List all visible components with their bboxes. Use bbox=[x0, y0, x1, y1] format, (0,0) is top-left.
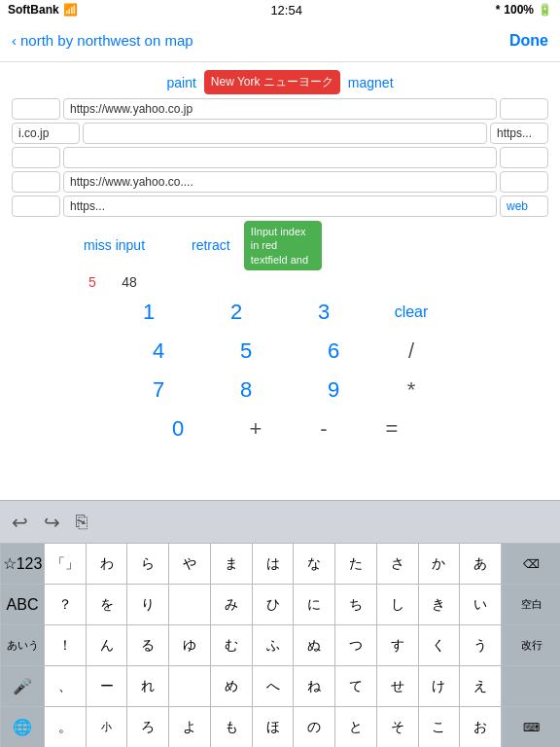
kb-key-dash[interactable]: ー bbox=[87, 666, 128, 706]
kb-key-mo[interactable]: も bbox=[211, 707, 253, 747]
kb-key-shi[interactable]: し bbox=[377, 585, 419, 624]
kb-key-123[interactable]: ☆123 bbox=[0, 544, 45, 584]
url-cell-5-center: https... bbox=[63, 196, 497, 217]
kb-key-u[interactable]: う bbox=[460, 625, 502, 665]
kb-key-yo[interactable]: よ bbox=[169, 707, 211, 747]
kb-key-he[interactable]: へ bbox=[253, 666, 295, 706]
kb-key-ta[interactable]: た bbox=[335, 544, 377, 584]
miss-input-button[interactable]: miss input bbox=[76, 233, 153, 257]
main-content: paint New York ニューヨーク magnet https://www… bbox=[0, 62, 560, 457]
kb-key-ma[interactable]: ま bbox=[211, 544, 253, 584]
kb-key-me[interactable]: め bbox=[211, 666, 253, 706]
url-cell-1-center[interactable]: https://www.yahoo.co.jp bbox=[63, 98, 497, 120]
return-key[interactable]: 改行 bbox=[502, 625, 560, 665]
kb-key-ya[interactable]: や bbox=[169, 544, 211, 584]
url-cell-2-center bbox=[83, 123, 487, 144]
redo-icon[interactable]: ↪ bbox=[44, 511, 60, 534]
space-key[interactable]: 空白 bbox=[502, 585, 560, 624]
kb-key-tsu[interactable]: つ bbox=[335, 625, 377, 665]
key-2[interactable]: 2 bbox=[192, 294, 280, 331]
key-5[interactable]: 5 bbox=[202, 333, 290, 370]
kb-key-n[interactable]: ん bbox=[87, 625, 128, 665]
delete-icon[interactable]: ⌫ bbox=[502, 544, 560, 584]
kb-key-ni[interactable]: に bbox=[294, 585, 335, 624]
copy-icon[interactable]: ⎘ bbox=[76, 511, 88, 533]
url-cell-1-left bbox=[12, 98, 60, 120]
kb-key-ke[interactable]: け bbox=[419, 666, 461, 706]
kb-key-te[interactable]: て bbox=[335, 666, 377, 706]
key-1[interactable]: 1 bbox=[105, 294, 192, 331]
key-clear[interactable]: clear bbox=[368, 298, 455, 327]
key-4[interactable]: 4 bbox=[115, 333, 202, 370]
kb-key-sa[interactable]: さ bbox=[377, 544, 419, 584]
kb-key-abc[interactable]: ABC bbox=[0, 585, 45, 624]
key-0[interactable]: 0 bbox=[134, 410, 222, 447]
kb-key-no[interactable]: の bbox=[294, 707, 335, 747]
kb-key-ku[interactable]: く bbox=[419, 625, 461, 665]
key-7[interactable]: 7 bbox=[115, 372, 202, 409]
kb-key-na[interactable]: な bbox=[294, 544, 335, 584]
kb-key-ra[interactable]: ら bbox=[127, 544, 169, 584]
kb-key-to[interactable]: と bbox=[335, 707, 377, 747]
key-divide[interactable]: / bbox=[377, 333, 445, 370]
kb-key-hi[interactable]: ひ bbox=[253, 585, 295, 624]
kb-key-wo[interactable]: を bbox=[87, 585, 128, 624]
kb-key-comma[interactable]: 、 bbox=[45, 666, 87, 706]
kb-key-yu[interactable]: ゆ bbox=[169, 625, 211, 665]
nav-bar: ‹ north by northwest on map Done bbox=[0, 19, 560, 62]
url-cell-3-left bbox=[12, 147, 60, 168]
url-highlighted[interactable]: New York ニューヨーク bbox=[204, 70, 340, 94]
kb-key-i[interactable]: い bbox=[460, 585, 502, 624]
kb-key-ro[interactable]: ろ bbox=[127, 707, 169, 747]
keypad: 1 2 3 clear 4 5 6 / 7 8 9 * 0 + - = bbox=[12, 294, 548, 447]
kb-key-su[interactable]: す bbox=[377, 625, 419, 665]
retract-button[interactable]: retract bbox=[184, 233, 238, 257]
mic-icon[interactable]: 🎤 bbox=[0, 666, 45, 706]
kb-key-wa[interactable]: わ bbox=[87, 544, 128, 584]
key-9[interactable]: 9 bbox=[290, 372, 377, 409]
kb-key-exclaim[interactable]: ！ bbox=[45, 625, 87, 665]
done-button[interactable]: Done bbox=[509, 32, 548, 50]
url-cell-4-left bbox=[12, 171, 60, 193]
key-3[interactable]: 3 bbox=[280, 294, 368, 331]
key-multiply[interactable]: * bbox=[377, 372, 445, 409]
key-6[interactable]: 6 bbox=[290, 333, 377, 370]
kb-key-ri[interactable]: り bbox=[127, 585, 169, 624]
kb-key-nu[interactable]: ぬ bbox=[294, 625, 335, 665]
kb-key-fu[interactable]: ふ bbox=[253, 625, 295, 665]
kb-key-ho[interactable]: ほ bbox=[253, 707, 295, 747]
kb-key-chi[interactable]: ち bbox=[335, 585, 377, 624]
kb-key-o[interactable]: お bbox=[460, 707, 502, 747]
kb-key-ko[interactable]: こ bbox=[419, 707, 461, 747]
kb-key-e[interactable]: え bbox=[460, 666, 502, 706]
kb-key-se[interactable]: せ bbox=[377, 666, 419, 706]
kb-key-a[interactable]: あ bbox=[460, 544, 502, 584]
kb-key-so[interactable]: そ bbox=[377, 707, 419, 747]
return-key-2[interactable] bbox=[502, 666, 560, 706]
kb-key-ru[interactable]: る bbox=[127, 625, 169, 665]
undo-icon[interactable]: ↩ bbox=[12, 511, 28, 534]
key-plus[interactable]: + bbox=[222, 410, 290, 447]
kb-key-ha[interactable]: は bbox=[253, 544, 295, 584]
back-button[interactable]: ‹ north by northwest on map bbox=[12, 32, 193, 49]
paint-label: paint bbox=[166, 75, 195, 90]
kb-key-empty-1 bbox=[169, 585, 211, 624]
kb-key-ne[interactable]: ね bbox=[294, 666, 335, 706]
kb-key-hiragana[interactable]: あいう bbox=[0, 625, 45, 665]
kb-key-question[interactable]: ？ bbox=[45, 585, 87, 624]
keyboard-icon[interactable]: ⌨ bbox=[502, 707, 560, 747]
kb-key-ka[interactable]: か bbox=[419, 544, 461, 584]
kb-key-re[interactable]: れ bbox=[127, 666, 169, 706]
paint-row: paint New York ニューヨーク magnet bbox=[12, 70, 548, 94]
kb-key-small[interactable]: 小 bbox=[87, 707, 128, 747]
globe-icon[interactable]: 🌐 bbox=[0, 707, 45, 747]
kb-key-period[interactable]: 。 bbox=[45, 707, 87, 747]
kb-key-mi[interactable]: み bbox=[211, 585, 253, 624]
key-equals[interactable]: = bbox=[358, 410, 426, 447]
key-8[interactable]: 8 bbox=[202, 372, 290, 409]
kb-key-ki[interactable]: き bbox=[419, 585, 461, 624]
key-minus[interactable]: - bbox=[290, 410, 358, 447]
url-cell-4-center[interactable]: https://www.yahoo.co.... bbox=[63, 171, 497, 193]
kb-key-mu[interactable]: む bbox=[211, 625, 253, 665]
kb-key-kakko[interactable]: 「」 bbox=[45, 544, 87, 584]
